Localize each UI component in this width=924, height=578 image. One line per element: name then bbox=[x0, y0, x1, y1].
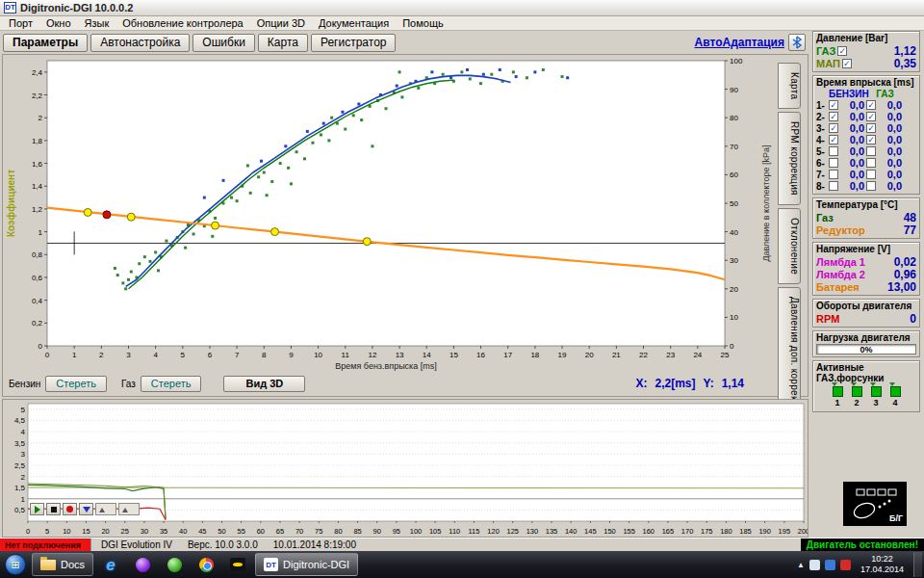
benzin-checkbox-3[interactable] bbox=[829, 123, 838, 133]
view-3d-button[interactable]: Вид 3D bbox=[223, 376, 305, 392]
lambda1-row: Лямбда 1 0,02 bbox=[816, 255, 916, 268]
svg-text:195: 195 bbox=[779, 527, 791, 536]
show-desktop-button[interactable] bbox=[913, 552, 922, 577]
menu-documentation[interactable]: Документация bbox=[312, 16, 396, 31]
injection-rows: 1-0,00,02-0,00,03-0,00,04-0,00,05-0,00,0… bbox=[816, 99, 916, 192]
injector-led-4 bbox=[890, 386, 901, 397]
bluetooth-button[interactable] bbox=[788, 34, 806, 51]
marker-a[interactable] bbox=[95, 503, 116, 515]
app-green-taskbar-button[interactable] bbox=[160, 553, 189, 576]
svg-text:75: 75 bbox=[315, 527, 322, 536]
active-injectors-group: Активные ГАЗ.форсунки 1234 bbox=[812, 360, 920, 412]
start-button[interactable]: ⊞ bbox=[5, 554, 26, 575]
gas-pressure-checkbox[interactable] bbox=[837, 46, 847, 56]
play-icon bbox=[35, 506, 40, 513]
green-app-icon bbox=[167, 558, 182, 572]
injector-number: 3- bbox=[816, 123, 829, 134]
gas-pressure-row: ГАЗ 1,12 bbox=[816, 44, 916, 57]
battery-row: Батарея 13,00 bbox=[816, 280, 916, 293]
svg-text:2,4: 2,4 bbox=[32, 68, 43, 77]
autoadaptation-link[interactable]: АвтоАдаптация bbox=[695, 36, 784, 49]
purple-app-icon bbox=[136, 558, 150, 572]
rpm-group: Обороты двигателя RPM 0 bbox=[812, 299, 920, 328]
tab-autotune[interactable]: Автонастройка bbox=[90, 34, 190, 52]
tab-parameters[interactable]: Параметры bbox=[3, 34, 88, 52]
windows-logo-icon: ⊞ bbox=[11, 560, 19, 570]
erase-benzin-button[interactable]: Стереть bbox=[45, 376, 107, 392]
connection-status: Нет подключения bbox=[0, 539, 91, 551]
menu-controller-update[interactable]: Обновление контролера bbox=[116, 16, 250, 31]
svg-text:60: 60 bbox=[257, 527, 265, 536]
gas-checkbox-1[interactable] bbox=[866, 100, 876, 110]
gas-checkbox-3[interactable] bbox=[866, 123, 876, 133]
injector-indicator-2: 2 bbox=[852, 386, 862, 407]
menu-options-3d[interactable]: Опции 3D bbox=[250, 16, 312, 31]
tab-map[interactable]: Карта bbox=[258, 34, 308, 52]
svg-text:1: 1 bbox=[38, 228, 43, 237]
svg-text:110: 110 bbox=[449, 527, 460, 536]
docs-taskbar-button[interactable]: Docs bbox=[32, 553, 93, 576]
gas-checkbox-5[interactable] bbox=[866, 146, 876, 156]
map-pressure-checkbox[interactable] bbox=[842, 59, 852, 68]
tray-icon-1[interactable] bbox=[809, 560, 820, 570]
marker-b[interactable] bbox=[118, 503, 140, 515]
app-black-taskbar-button[interactable] bbox=[223, 553, 252, 576]
svg-text:5: 5 bbox=[21, 406, 26, 414]
gas-checkbox-7[interactable] bbox=[866, 170, 876, 179]
benzin-checkbox-2[interactable] bbox=[829, 112, 838, 121]
taskbar-clock[interactable]: 10:22 17.04.2014 bbox=[856, 554, 909, 576]
gas-checkbox-6[interactable] bbox=[866, 158, 876, 168]
gas-temp-value: 48 bbox=[904, 211, 916, 224]
menu-window[interactable]: Окно bbox=[39, 16, 78, 31]
side-tab-map[interactable]: Карта bbox=[778, 63, 801, 109]
tab-errors[interactable]: Ошибки bbox=[192, 34, 255, 52]
main-chart[interactable]: 0123456789101112131415161718192021222324… bbox=[3, 55, 779, 373]
tab-recorder[interactable]: Регистратор bbox=[311, 34, 397, 52]
svg-text:120: 120 bbox=[487, 527, 500, 536]
battery-label: Батарея bbox=[816, 281, 860, 293]
hidden-icons-arrow[interactable]: ▲ bbox=[797, 561, 805, 569]
chrome-taskbar-button[interactable] bbox=[192, 553, 220, 576]
play-button[interactable] bbox=[30, 503, 44, 515]
injector-number: 7- bbox=[816, 170, 829, 180]
ie-taskbar-button[interactable]: e bbox=[96, 553, 125, 576]
menu-help[interactable]: Помощь bbox=[396, 16, 450, 31]
svg-text:175: 175 bbox=[701, 527, 713, 536]
benzin-checkbox-8[interactable] bbox=[829, 181, 838, 191]
engine-status: Двигатель остановлен! bbox=[801, 539, 924, 551]
digitronic-taskbar-button[interactable]: DT Digitronic-DGI bbox=[255, 553, 358, 576]
stop-button[interactable] bbox=[46, 503, 61, 515]
gas-checkbox-4[interactable] bbox=[866, 135, 876, 144]
benzin-checkbox-1[interactable] bbox=[829, 100, 838, 110]
benzin-checkbox-4[interactable] bbox=[829, 135, 838, 144]
app-purple-taskbar-button[interactable] bbox=[128, 553, 157, 576]
svg-text:3,5: 3,5 bbox=[14, 439, 26, 448]
gas-checkbox-8[interactable] bbox=[866, 181, 876, 191]
recorder-chart[interactable]: 0,511,522,533,544,5505101520253035404550… bbox=[3, 400, 808, 537]
menu-language[interactable]: Язык bbox=[78, 16, 116, 31]
cursor-y-label: Y: bbox=[704, 377, 714, 390]
erase-gas-button[interactable]: Стереть bbox=[141, 376, 202, 392]
svg-text:1,6: 1,6 bbox=[32, 160, 43, 169]
injector-led-number: 4 bbox=[892, 398, 897, 407]
svg-text:0,2: 0,2 bbox=[32, 319, 43, 328]
benzin-checkbox-7[interactable] bbox=[829, 170, 838, 179]
marker-down-button[interactable] bbox=[79, 503, 93, 515]
benzin-checkbox-6[interactable] bbox=[829, 158, 838, 168]
tray-icon-3[interactable] bbox=[840, 560, 851, 570]
record-button[interactable] bbox=[63, 503, 77, 515]
side-tab-rpm-correction[interactable]: RPM коррекция bbox=[778, 112, 801, 205]
injector-indicator-4: 4 bbox=[890, 386, 901, 407]
svg-text:65: 65 bbox=[276, 527, 284, 536]
benzin-checkbox-5[interactable] bbox=[829, 146, 838, 156]
tray-icon-2[interactable] bbox=[825, 560, 835, 570]
gas-checkbox-2[interactable] bbox=[866, 112, 876, 121]
chrome-icon bbox=[199, 558, 214, 572]
gas-pressure-label: ГАЗ bbox=[816, 45, 835, 57]
svg-text:22: 22 bbox=[639, 351, 648, 359]
menu-bar: ПортОкноЯзыкОбновление контролераОпции 3… bbox=[0, 16, 924, 31]
menu-port[interactable]: Порт bbox=[2, 16, 39, 31]
gas-time-value: 0,0 bbox=[878, 169, 904, 180]
svg-text:10: 10 bbox=[63, 527, 70, 536]
side-tab-deviation[interactable]: Отклонение bbox=[778, 208, 801, 284]
